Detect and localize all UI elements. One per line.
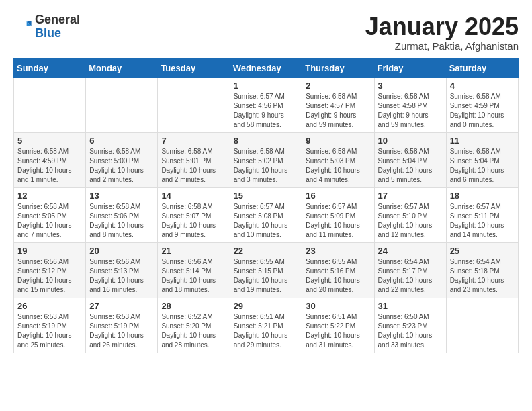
day-number: 12 xyxy=(17,191,82,201)
calendar-week-row: 12Sunrise: 6:58 AM Sunset: 5:05 PM Dayli… xyxy=(14,187,519,242)
calendar-cell: 11Sunrise: 6:58 AM Sunset: 5:04 PM Dayli… xyxy=(446,132,518,187)
day-info: Sunrise: 6:51 AM Sunset: 5:22 PM Dayligh… xyxy=(306,312,370,350)
weekday-header-sunday: Sunday xyxy=(14,58,86,77)
day-number: 3 xyxy=(378,81,443,91)
calendar-week-row: 1Sunrise: 6:57 AM Sunset: 4:56 PM Daylig… xyxy=(14,77,519,132)
weekday-header-tuesday: Tuesday xyxy=(158,58,230,77)
calendar-cell: 24Sunrise: 6:54 AM Sunset: 5:17 PM Dayli… xyxy=(374,242,446,298)
day-number: 19 xyxy=(17,246,82,256)
day-info: Sunrise: 6:58 AM Sunset: 4:59 PM Dayligh… xyxy=(17,147,82,185)
calendar-cell: 13Sunrise: 6:58 AM Sunset: 5:06 PM Dayli… xyxy=(86,187,158,242)
day-number: 10 xyxy=(378,136,443,146)
day-info: Sunrise: 6:54 AM Sunset: 5:18 PM Dayligh… xyxy=(450,257,515,295)
calendar-cell: 2Sunrise: 6:58 AM Sunset: 4:57 PM Daylig… xyxy=(302,77,374,132)
day-info: Sunrise: 6:58 AM Sunset: 5:04 PM Dayligh… xyxy=(450,147,515,185)
weekday-header-monday: Monday xyxy=(86,58,158,77)
day-info: Sunrise: 6:52 AM Sunset: 5:20 PM Dayligh… xyxy=(161,312,226,350)
day-number: 17 xyxy=(378,191,443,201)
day-number: 18 xyxy=(450,191,515,201)
day-info: Sunrise: 6:58 AM Sunset: 4:59 PM Dayligh… xyxy=(450,92,515,130)
day-info: Sunrise: 6:57 AM Sunset: 5:11 PM Dayligh… xyxy=(450,202,515,240)
day-info: Sunrise: 6:55 AM Sunset: 5:15 PM Dayligh… xyxy=(234,257,299,295)
day-number: 21 xyxy=(161,246,226,256)
weekday-header-thursday: Thursday xyxy=(302,58,374,77)
day-number: 22 xyxy=(234,246,299,256)
day-number: 31 xyxy=(378,301,443,311)
logo-icon xyxy=(13,17,32,36)
day-info: Sunrise: 6:54 AM Sunset: 5:17 PM Dayligh… xyxy=(378,257,443,295)
day-number: 15 xyxy=(234,191,299,201)
location: Zurmat, Paktia, Afghanistan xyxy=(365,40,519,52)
day-number: 2 xyxy=(306,81,370,91)
calendar-cell: 6Sunrise: 6:58 AM Sunset: 5:00 PM Daylig… xyxy=(86,132,158,187)
calendar-cell: 28Sunrise: 6:52 AM Sunset: 5:20 PM Dayli… xyxy=(158,298,230,353)
day-info: Sunrise: 6:58 AM Sunset: 4:57 PM Dayligh… xyxy=(306,92,370,130)
calendar-cell: 8Sunrise: 6:58 AM Sunset: 5:02 PM Daylig… xyxy=(230,132,302,187)
calendar-cell: 3Sunrise: 6:58 AM Sunset: 4:58 PM Daylig… xyxy=(374,77,446,132)
day-number: 6 xyxy=(89,136,154,146)
day-number: 1 xyxy=(234,81,299,91)
day-info: Sunrise: 6:57 AM Sunset: 5:10 PM Dayligh… xyxy=(378,202,443,240)
day-number: 27 xyxy=(89,301,154,311)
logo: General Blue xyxy=(13,13,80,40)
day-info: Sunrise: 6:58 AM Sunset: 5:06 PM Dayligh… xyxy=(89,202,154,240)
calendar-cell xyxy=(446,298,518,353)
day-number: 9 xyxy=(306,136,370,146)
weekday-header-saturday: Saturday xyxy=(446,58,518,77)
logo-general: General xyxy=(35,13,80,27)
day-info: Sunrise: 6:58 AM Sunset: 4:58 PM Dayligh… xyxy=(378,92,443,130)
calendar-cell: 12Sunrise: 6:58 AM Sunset: 5:05 PM Dayli… xyxy=(14,187,86,242)
day-number: 5 xyxy=(17,136,82,146)
day-number: 20 xyxy=(89,246,154,256)
calendar-cell: 16Sunrise: 6:57 AM Sunset: 5:09 PM Dayli… xyxy=(302,187,374,242)
calendar-cell: 23Sunrise: 6:55 AM Sunset: 5:16 PM Dayli… xyxy=(302,242,374,298)
calendar-cell xyxy=(86,77,158,132)
day-info: Sunrise: 6:53 AM Sunset: 5:19 PM Dayligh… xyxy=(89,312,154,350)
day-info: Sunrise: 6:56 AM Sunset: 5:12 PM Dayligh… xyxy=(17,257,82,295)
day-number: 24 xyxy=(378,246,443,256)
day-number: 7 xyxy=(161,136,226,146)
calendar-cell: 18Sunrise: 6:57 AM Sunset: 5:11 PM Dayli… xyxy=(446,187,518,242)
day-info: Sunrise: 6:58 AM Sunset: 5:07 PM Dayligh… xyxy=(161,202,226,240)
day-info: Sunrise: 6:50 AM Sunset: 5:23 PM Dayligh… xyxy=(378,312,443,350)
day-number: 26 xyxy=(17,301,82,311)
calendar-cell: 15Sunrise: 6:57 AM Sunset: 5:08 PM Dayli… xyxy=(230,187,302,242)
day-info: Sunrise: 6:58 AM Sunset: 5:01 PM Dayligh… xyxy=(161,147,226,185)
calendar-cell: 27Sunrise: 6:53 AM Sunset: 5:19 PM Dayli… xyxy=(86,298,158,353)
day-number: 29 xyxy=(234,301,299,311)
calendar-cell: 31Sunrise: 6:50 AM Sunset: 5:23 PM Dayli… xyxy=(374,298,446,353)
day-number: 11 xyxy=(450,136,515,146)
calendar-cell: 7Sunrise: 6:58 AM Sunset: 5:01 PM Daylig… xyxy=(158,132,230,187)
calendar-cell: 20Sunrise: 6:56 AM Sunset: 5:13 PM Dayli… xyxy=(86,242,158,298)
day-number: 16 xyxy=(306,191,370,201)
weekday-header-friday: Friday xyxy=(374,58,446,77)
day-info: Sunrise: 6:57 AM Sunset: 5:09 PM Dayligh… xyxy=(306,202,370,240)
calendar-cell: 14Sunrise: 6:58 AM Sunset: 5:07 PM Dayli… xyxy=(158,187,230,242)
day-number: 28 xyxy=(161,301,226,311)
calendar-cell: 25Sunrise: 6:54 AM Sunset: 5:18 PM Dayli… xyxy=(446,242,518,298)
day-info: Sunrise: 6:58 AM Sunset: 5:00 PM Dayligh… xyxy=(89,147,154,185)
calendar-cell: 22Sunrise: 6:55 AM Sunset: 5:15 PM Dayli… xyxy=(230,242,302,298)
day-info: Sunrise: 6:58 AM Sunset: 5:03 PM Dayligh… xyxy=(306,147,370,185)
weekday-header-wednesday: Wednesday xyxy=(230,58,302,77)
title-block: January 2025 Zurmat, Paktia, Afghanistan xyxy=(365,13,519,52)
day-info: Sunrise: 6:55 AM Sunset: 5:16 PM Dayligh… xyxy=(306,257,370,295)
day-info: Sunrise: 6:57 AM Sunset: 5:08 PM Dayligh… xyxy=(234,202,299,240)
calendar-cell: 5Sunrise: 6:58 AM Sunset: 4:59 PM Daylig… xyxy=(14,132,86,187)
calendar-cell xyxy=(14,77,86,132)
day-info: Sunrise: 6:58 AM Sunset: 5:02 PM Dayligh… xyxy=(234,147,299,185)
calendar-cell: 21Sunrise: 6:56 AM Sunset: 5:14 PM Dayli… xyxy=(158,242,230,298)
logo-blue: Blue xyxy=(35,27,80,40)
calendar-cell: 1Sunrise: 6:57 AM Sunset: 4:56 PM Daylig… xyxy=(230,77,302,132)
day-number: 13 xyxy=(89,191,154,201)
calendar-cell: 26Sunrise: 6:53 AM Sunset: 5:19 PM Dayli… xyxy=(14,298,86,353)
day-number: 14 xyxy=(161,191,226,201)
day-info: Sunrise: 6:51 AM Sunset: 5:21 PM Dayligh… xyxy=(234,312,299,350)
day-info: Sunrise: 6:56 AM Sunset: 5:14 PM Dayligh… xyxy=(161,257,226,295)
day-info: Sunrise: 6:58 AM Sunset: 5:05 PM Dayligh… xyxy=(17,202,82,240)
day-number: 30 xyxy=(306,301,370,311)
calendar-cell xyxy=(158,77,230,132)
logo-text: General Blue xyxy=(35,13,80,40)
calendar-cell: 10Sunrise: 6:58 AM Sunset: 5:04 PM Dayli… xyxy=(374,132,446,187)
calendar-cell: 30Sunrise: 6:51 AM Sunset: 5:22 PM Dayli… xyxy=(302,298,374,353)
